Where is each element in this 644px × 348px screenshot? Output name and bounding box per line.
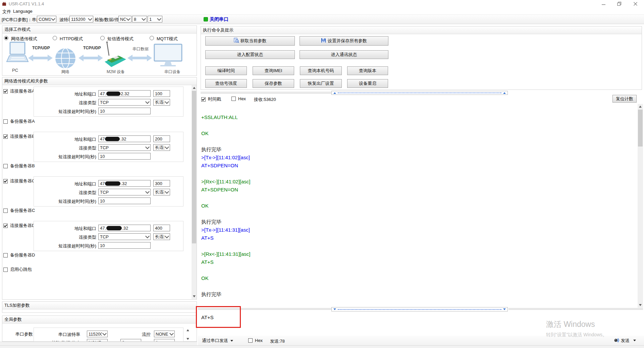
send-button[interactable]: 发送 [614,337,636,344]
server-a-timeout-input[interactable]: 10 [98,108,151,114]
com-port-select[interactable]: COM10 [37,16,56,22]
log-hex-toggle[interactable]: Hex [231,96,246,101]
server-b-keep-select[interactable]: 长连接 [153,144,170,151]
server-a-backup-checkbox[interactable] [3,119,8,124]
keep-value: 长连接 [155,99,164,105]
server-a-enable[interactable]: 连接服务器A [3,88,35,94]
send-hex-checkbox[interactable] [248,338,253,343]
server-c-backup-checkbox[interactable] [3,209,8,213]
server-d-backup-checkbox[interactable] [3,253,8,257]
timestamp-toggle[interactable]: 时间戳 [201,96,221,102]
scroll-down-icon[interactable] [638,302,643,308]
heartbeat-toggle[interactable]: 启用心跳包 [3,267,32,273]
factory-reset-label: 恢复出厂设置 [308,80,334,86]
server-c-address-input[interactable]: 47.32 [98,180,151,187]
serial-stopbits-select[interactable]: 1 [154,339,175,342]
save-params-button[interactable]: 保存参数 [253,79,294,88]
server-c-keep-select[interactable]: 长连接 [153,189,170,195]
parity-select[interactable]: NONI [118,16,131,22]
log-hex-checkbox[interactable] [231,97,236,101]
addr-redaction [106,226,122,230]
menu-item-language[interactable]: Language [13,9,33,14]
factory-reset-button[interactable]: 恢复出厂设置 [300,79,342,88]
server-a-type-select[interactable]: TCP [98,99,151,106]
query-number-button[interactable]: 查询本机号码 [300,66,342,75]
flow-select[interactable]: NONE [154,331,175,337]
left-scrollbar[interactable] [192,85,197,299]
databits-select[interactable]: 8 [132,16,147,22]
close-icon[interactable] [633,2,638,7]
radio-httpd-mode[interactable] [53,36,57,40]
server-b-address-input[interactable]: 47.32 [98,135,151,142]
scroll-down-icon[interactable] [192,294,197,299]
server-a-backup[interactable]: 备份服务器A [3,118,35,124]
server-b-type-select[interactable]: TCP [98,144,151,151]
server-a-checkbox[interactable] [3,89,8,94]
splitter-bottom[interactable] [331,307,508,311]
reset-count-button[interactable]: 复位计数 [612,95,637,103]
compile-time-button[interactable]: 编译时间 [205,66,247,75]
restore-icon[interactable] [617,2,622,7]
server-c-backup[interactable]: 备份服务器C [3,208,35,214]
get-params-button[interactable]: 获取当前参数 [205,36,295,46]
scroll-up-icon[interactable] [192,85,197,91]
log-line: 执行完毕 [201,290,638,298]
close-serial-button[interactable]: 关闭串口 [210,16,228,22]
heartbeat-checkbox[interactable] [3,268,8,272]
server-b-timeout-input[interactable]: 10 [98,153,151,160]
server-b-checkbox[interactable] [3,134,8,139]
server-b-enable[interactable]: 连接服务器B [3,133,35,139]
server-d-enable[interactable]: 连接服务器D [3,223,35,229]
enter-comm-button[interactable]: 进入通讯状态 [300,50,388,59]
enter-config-button[interactable]: 进入配置状态 [205,50,295,59]
menu-bar: 文件 Language [0,8,644,14]
query-signal-button[interactable]: 查信号强度 [205,79,247,88]
server-c-port-input[interactable]: 300 [153,180,170,187]
stopbits-value: 1 [149,17,157,22]
scrollbar-thumb[interactable] [192,91,196,243]
radio-mqtt-mode[interactable] [150,36,154,40]
scrollbar-thumb[interactable] [638,110,643,147]
server-c-checkbox[interactable] [3,179,8,183]
server-a-keep-select[interactable]: 长连接 [153,99,170,106]
log-scrollbar-vertical[interactable] [638,104,643,308]
server-c-type-select[interactable]: TCP [98,189,151,195]
server-a-address-input[interactable]: 47.2.32 [98,90,151,97]
stopbits-select[interactable]: 1 [148,16,162,22]
baud-select[interactable]: 115200 [69,16,93,22]
set-save-params-button[interactable]: 设置并保存所有参数 [300,36,388,46]
server-d-backup[interactable]: 备份服务器D [3,252,35,258]
mini-scroll-down-icon[interactable] [185,336,191,341]
server-a-port-input[interactable]: 100 [153,90,170,97]
mini-scroll-up-icon[interactable] [185,328,191,333]
log-lines[interactable]: +SSLAUTH:ALL OK 执行完毕>[Tx->][11:41:02][as… [198,104,638,308]
scroll-up-icon[interactable] [638,104,643,109]
server-d-checkbox[interactable] [3,224,8,228]
serial-parity-select[interactable]: NONE [87,339,108,342]
serial-databits-select[interactable]: 8 [120,339,141,342]
server-c-timeout-input[interactable]: 10 [98,197,151,204]
menu-item-file[interactable]: 文件 [2,9,11,15]
server-b-port-input[interactable]: 200 [153,135,170,142]
server-c-enable[interactable]: 连接服务器C [3,178,35,184]
device-restart-button[interactable]: 设备重启 [347,79,388,88]
serial-baud-select[interactable]: 115200 [87,331,108,337]
server-d-port-input[interactable]: 400 [153,225,170,231]
server-d-address-input[interactable]: 47..32 [98,225,151,231]
radio-net-transparent-mode[interactable] [4,36,8,40]
server-b-backup-checkbox[interactable] [3,164,8,168]
send-via-serial-button[interactable]: 通过串口发送 [202,338,233,344]
server-d-keep-select[interactable]: 长连接 [153,233,170,240]
tls-panel: TLS加密参数 [2,301,197,313]
timestamp-checkbox[interactable] [201,97,206,102]
splitter-top[interactable] [331,91,508,95]
log-line: +SSLAUTH:ALL [201,113,638,121]
minimize-icon[interactable] [601,2,606,7]
server-d-timeout-input[interactable]: 10 [98,242,151,249]
query-imei-button[interactable]: 查询IMEI [253,66,294,75]
radio-sms-mode[interactable] [100,36,105,40]
server-d-type-select[interactable]: TCP [98,233,151,240]
server-b-backup[interactable]: 备份服务器B [3,163,35,169]
query-version-button[interactable]: 查询版本 [347,66,388,75]
send-hex-toggle[interactable]: Hex [248,338,263,343]
